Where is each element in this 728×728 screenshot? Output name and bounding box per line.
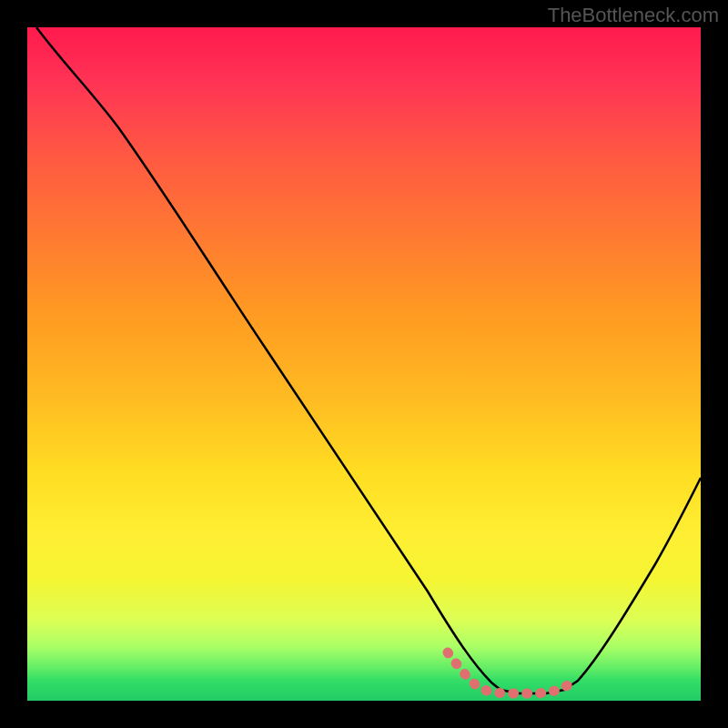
main-curve-line [36,27,701,693]
highlight-dots [448,652,575,693]
bottleneck-curve [27,27,701,701]
chart-container: TheBottleneck.com [0,0,728,728]
plot-area [27,27,701,701]
watermark-text: TheBottleneck.com [548,4,719,27]
